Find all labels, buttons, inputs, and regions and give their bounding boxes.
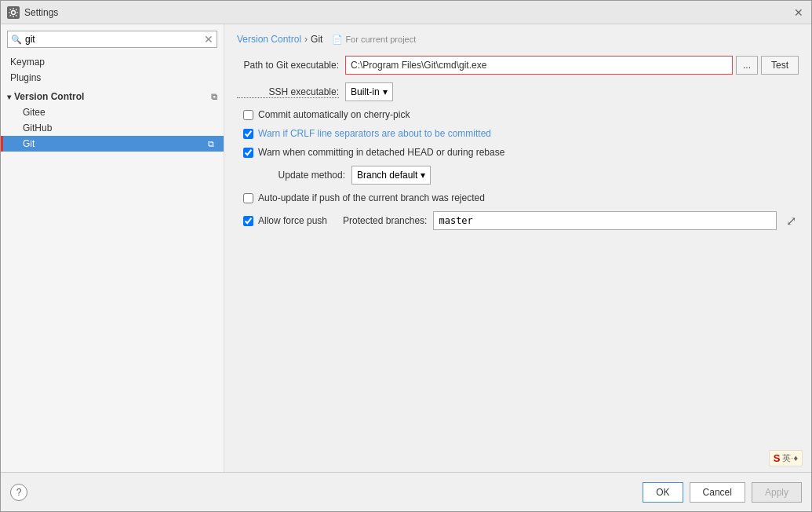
forcepush-checkbox[interactable] (243, 216, 253, 226)
search-icon: 🔍 (11, 35, 22, 45)
autoupdate-row: Auto-update if push of the current branc… (237, 192, 799, 203)
forcepush-row: Allow force push Protected branches: ⤢ (237, 211, 799, 230)
search-clear-icon[interactable]: ✕ (204, 33, 213, 46)
close-button[interactable]: ✕ (792, 6, 805, 19)
dropdown-chevron-icon: ▾ (383, 86, 388, 97)
sidebar-item-git[interactable]: Git ⧉ (1, 136, 224, 152)
window-title: Settings (24, 7, 58, 18)
main-content: 🔍 ✕ Keymap Plugins ▾ Version Control ⧉ G… (1, 24, 811, 472)
protected-branches-row: Protected branches: ⤢ (333, 211, 799, 230)
autoupdate-checkbox[interactable] (243, 193, 253, 203)
ssh-value: Built-in (351, 86, 380, 97)
test-button[interactable]: Test (761, 56, 799, 75)
protected-label: Protected branches: (343, 215, 427, 226)
commit-row: Commit automatically on cherry-pick (237, 109, 799, 120)
project-icon: 📄 (332, 35, 343, 45)
path-input[interactable] (345, 56, 733, 75)
commit-checkbox[interactable] (243, 110, 253, 120)
ssh-row: SSH executable: Built-in ▾ (237, 82, 799, 101)
copy-icon[interactable]: ⧉ (211, 92, 217, 102)
breadcrumb-project: For current project (345, 35, 416, 44)
settings-form: Path to Git executable: ... Test SSH exe… (237, 56, 799, 230)
breadcrumb-parent[interactable]: Version Control (237, 34, 301, 45)
svg-point-0 (12, 10, 16, 14)
update-value: Branch default (357, 170, 417, 181)
crlf-row: Warn if CRLF line separators are about t… (237, 128, 799, 139)
update-dropdown[interactable]: Branch default ▾ (351, 166, 431, 185)
forcepush-checkbox-row: Allow force push (237, 215, 327, 226)
title-bar: Settings ✕ (1, 1, 811, 24)
ssh-label: SSH executable: (237, 86, 339, 98)
bottom-bar: ? S 英·♦ OK Cancel Apply (1, 472, 811, 511)
settings-window: Settings ✕ 🔍 ✕ Keymap Plugins ▾ Version … (0, 0, 812, 512)
detached-row: Warn when committing in detached HEAD or… (237, 147, 799, 158)
ok-button[interactable]: OK (643, 482, 683, 503)
watermark: S 英·♦ (769, 450, 803, 466)
title-bar-left: Settings (7, 6, 58, 19)
path-row: Path to Git executable: ... Test (237, 56, 799, 75)
copy-icon-git[interactable]: ⧉ (208, 139, 214, 149)
sidebar-section-vcs: ▾ Version Control ⧉ Gitee ⧉ GitHub ⧉ Git… (1, 89, 224, 152)
sidebar-item-keymap[interactable]: Keymap (1, 54, 224, 70)
bottom-left: ? (10, 484, 27, 501)
path-label: Path to Git executable: (237, 60, 339, 71)
search-input[interactable] (25, 34, 204, 45)
expand-button[interactable]: ⤢ (783, 213, 799, 229)
crlf-checkbox[interactable] (243, 129, 253, 139)
sidebar-item-gitee[interactable]: Gitee ⧉ (1, 104, 224, 120)
bottom-right: OK Cancel Apply (643, 482, 802, 503)
apply-button[interactable]: Apply (752, 482, 802, 503)
crlf-label: Warn if CRLF line separators are about t… (258, 128, 491, 139)
protected-input[interactable] (433, 211, 777, 230)
update-dropdown-icon: ▾ (421, 170, 425, 181)
sidebar-item-plugins[interactable]: Plugins (1, 70, 224, 86)
settings-icon (7, 6, 20, 19)
update-row: Update method: Branch default ▾ (243, 166, 799, 185)
cancel-button[interactable]: Cancel (690, 482, 745, 503)
detached-label: Warn when committing in detached HEAD or… (258, 147, 504, 158)
help-button[interactable]: ? (10, 484, 27, 501)
search-box[interactable]: 🔍 ✕ (7, 31, 217, 48)
breadcrumb: Version Control › Git 📄 For current proj… (237, 34, 799, 45)
breadcrumb-current: Git (311, 34, 322, 45)
autoupdate-label: Auto-update if push of the current branc… (258, 192, 485, 203)
sidebar: 🔍 ✕ Keymap Plugins ▾ Version Control ⧉ G… (1, 24, 224, 472)
path-input-group: ... Test (345, 56, 799, 75)
ssh-dropdown[interactable]: Built-in ▾ (345, 82, 393, 101)
chevron-down-icon: ▾ (7, 93, 11, 101)
sidebar-item-github[interactable]: GitHub ⧉ (1, 120, 224, 136)
sidebar-section-version-control[interactable]: ▾ Version Control ⧉ (1, 89, 224, 104)
update-label: Update method: (243, 170, 345, 181)
commit-label: Commit automatically on cherry-pick (258, 109, 410, 120)
browse-button[interactable]: ... (736, 56, 758, 75)
forcepush-label: Allow force push (258, 215, 327, 226)
detached-checkbox[interactable] (243, 148, 253, 158)
breadcrumb-separator: › (304, 34, 308, 45)
right-panel: Version Control › Git 📄 For current proj… (224, 24, 811, 472)
